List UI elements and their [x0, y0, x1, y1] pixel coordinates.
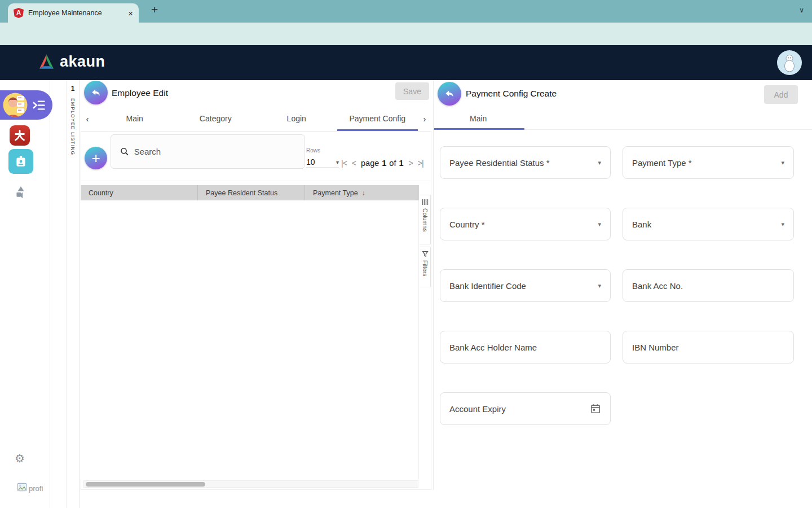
columns-tab-label: Columns	[422, 208, 429, 231]
applet-sidebar: ⚙ profi	[0, 80, 50, 508]
tab-scroll-left-icon[interactable]: ‹	[81, 114, 94, 124]
right-panel-title: Payment Config Create	[466, 89, 557, 99]
back-button-right-panel[interactable]	[438, 82, 461, 106]
rows-value: 10	[306, 157, 315, 167]
field-label: IBN Number	[632, 343, 679, 352]
field-account-expiry[interactable]: Account Expiry	[440, 392, 611, 425]
tab-login[interactable]: Login	[256, 106, 337, 131]
angular-favicon-icon: A	[14, 8, 24, 18]
page-word: page	[361, 159, 379, 168]
chevron-down-icon: ▾	[781, 221, 784, 228]
field-country[interactable]: Country * ▾	[440, 208, 611, 240]
first-page-icon[interactable]: |<	[341, 159, 347, 168]
screen: A Employee Maintenance × + ∨ ← → ↻ akaun…	[0, 0, 812, 508]
tab-payment-config[interactable]: Payment Config	[337, 106, 418, 131]
tab-main[interactable]: Main	[94, 106, 175, 131]
pagination: |< < page 1 of 1 > >|	[341, 157, 423, 169]
sort-desc-icon[interactable]: ↓	[362, 189, 365, 197]
filters-side-tab[interactable]: Filters	[420, 247, 431, 287]
akaun-triangle-icon	[37, 52, 56, 71]
add-row-button[interactable]: +	[85, 147, 107, 169]
field-bank[interactable]: Bank ▾	[623, 208, 794, 240]
toolbar-divider	[81, 181, 431, 181]
rows-label: Rows	[306, 147, 320, 154]
left-panel-title: Employee Edit	[112, 88, 168, 98]
page-current: 1	[382, 159, 386, 168]
indent-menu-icon	[32, 100, 46, 111]
chevron-down-icon: ▾	[598, 221, 601, 228]
applet-shapes-icon[interactable]	[14, 185, 28, 199]
field-payment-type[interactable]: Payment Type * ▾	[623, 146, 794, 179]
column-label: Payee Resident Status	[206, 189, 277, 197]
field-label: Payment Type *	[632, 158, 692, 168]
field-bank-identifier-code[interactable]: Bank Identifier Code ▾	[440, 269, 611, 302]
gear-icon[interactable]: ⚙	[15, 452, 25, 465]
new-tab-button[interactable]: +	[151, 3, 158, 16]
rows-per-page-select[interactable]: 10 ▾	[306, 156, 339, 168]
scrollbar-thumb[interactable]	[86, 482, 205, 487]
page-indicator: page 1 of 1	[361, 159, 404, 168]
columns-side-tab[interactable]: Columns	[420, 195, 431, 244]
chevron-down-icon: ▾	[598, 282, 601, 290]
filters-tab-label: Filters	[422, 260, 429, 277]
applet-dai-icon[interactable]	[10, 125, 30, 146]
field-bank-acc-no[interactable]: Bank Acc No.	[623, 269, 794, 302]
field-label: Bank Acc Holder Name	[449, 343, 537, 352]
prev-page-icon[interactable]: <	[352, 159, 356, 168]
field-payee-residential-status[interactable]: Payee Residential Status * ▾	[440, 146, 611, 179]
page-total: 1	[399, 159, 403, 168]
payment-config-form: Payee Residential Status * ▾ Payment Typ…	[440, 146, 794, 425]
workspace-tab-employee-listing[interactable]: 1 EMPLOYEE LISTING	[66, 80, 80, 508]
chevron-down-icon[interactable]: ∨	[799, 6, 804, 14]
horizontal-scrollbar[interactable]	[83, 480, 418, 488]
workspace-tab-number: 1	[67, 85, 79, 93]
applet-avatar-icon	[2, 92, 28, 118]
tab-category[interactable]: Category	[175, 106, 257, 131]
back-button-left-panel[interactable]	[84, 81, 108, 104]
chevron-down-icon: ▾	[336, 159, 339, 165]
field-label: Account Expiry	[449, 404, 506, 414]
field-label: Country *	[449, 220, 485, 229]
filter-funnel-icon	[422, 251, 429, 257]
page-of-word: of	[389, 159, 396, 168]
column-label: Country	[89, 189, 113, 197]
columns-icon	[422, 199, 429, 205]
favicon-letter: A	[16, 9, 21, 17]
table-header: Country Payee Resident Status Payment Ty…	[81, 185, 419, 200]
last-page-icon[interactable]: >|	[418, 159, 423, 168]
field-ibn-number[interactable]: IBN Number	[623, 331, 794, 364]
browser-tab[interactable]: A Employee Maintenance ×	[8, 3, 139, 23]
search-icon	[120, 147, 129, 156]
browser-toolbar: ← → ↻ akaun.cloud/#/applets/wavelet/erp/…	[0, 23, 812, 45]
right-tab-main[interactable]: Main	[470, 114, 487, 123]
field-label: Payee Residential Status *	[449, 158, 550, 168]
calendar-icon[interactable]	[590, 403, 601, 414]
broken-image-alt: profi	[29, 484, 43, 493]
search-input[interactable]	[134, 147, 295, 156]
panel-divider	[433, 80, 434, 490]
next-page-icon[interactable]: >	[409, 159, 413, 168]
akaun-logo: akaun	[37, 52, 105, 71]
column-header-payee-resident-status[interactable]: Payee Resident Status	[197, 185, 304, 200]
right-tab-underline	[434, 128, 524, 130]
column-header-country[interactable]: Country	[81, 189, 197, 197]
field-label: Bank	[632, 220, 651, 229]
chevron-down-icon: ▾	[781, 159, 784, 167]
user-avatar[interactable]	[777, 50, 802, 75]
applet-badge-icon[interactable]	[8, 149, 33, 174]
browser-tab-strip: A Employee Maintenance × + ∨	[0, 0, 812, 23]
search-box	[111, 134, 305, 169]
save-button[interactable]: Save	[395, 82, 429, 100]
tab-scroll-right-icon[interactable]: ›	[418, 114, 431, 124]
logo-text: akaun	[60, 53, 105, 71]
broken-image-icon	[17, 482, 28, 493]
column-label: Payment Type	[313, 189, 358, 197]
add-button[interactable]: Add	[764, 85, 798, 104]
tab-title: Employee Maintenance	[28, 9, 123, 17]
column-header-payment-type[interactable]: Payment Type ↓	[304, 185, 419, 200]
field-bank-acc-holder-name[interactable]: Bank Acc Holder Name	[440, 331, 611, 364]
chevron-down-icon: ▾	[598, 159, 601, 167]
broken-profile-image: profi	[17, 482, 43, 493]
close-icon[interactable]: ×	[128, 8, 133, 18]
active-applet-pill[interactable]	[0, 90, 52, 120]
